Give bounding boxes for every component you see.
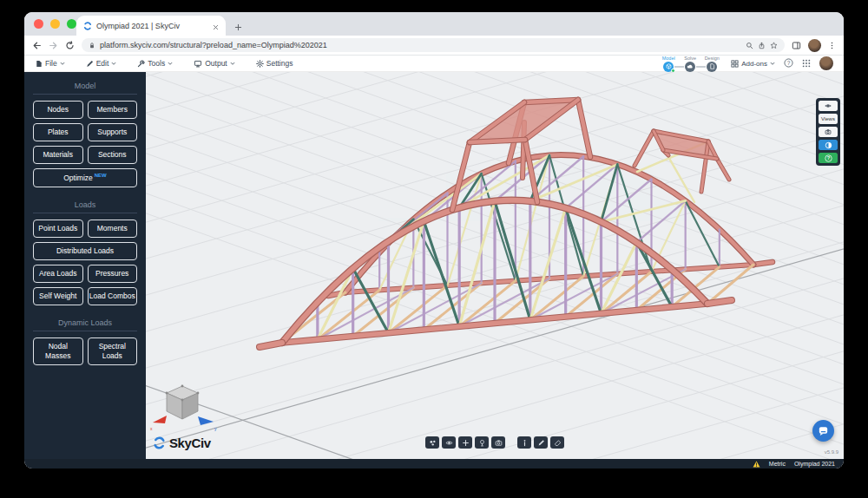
sections-button[interactable]: Sections bbox=[88, 146, 138, 164]
viewport-help-button[interactable]: ? bbox=[819, 153, 838, 163]
close-window-button[interactable] bbox=[34, 19, 43, 29]
browser-window: Olympiad 2021 | SkyCiv platform.skyciv.c… bbox=[24, 12, 844, 469]
svg-text:?: ? bbox=[787, 60, 791, 66]
appbar-right: Model Solve Design bbox=[658, 56, 833, 72]
moments-button[interactable]: Moments bbox=[88, 220, 138, 238]
area-loads-button[interactable]: Area Loads bbox=[33, 265, 83, 283]
user-avatar[interactable] bbox=[819, 56, 833, 70]
point-loads-button[interactable]: Point Loads bbox=[33, 220, 83, 238]
new-tab-button[interactable] bbox=[234, 23, 242, 31]
load-combos-button[interactable]: Load Combos bbox=[88, 287, 138, 305]
annotate-button[interactable] bbox=[534, 436, 548, 449]
unit-system-label[interactable]: Metric bbox=[769, 459, 786, 469]
bookmark-star-icon[interactable] bbox=[770, 37, 778, 53]
browser-profile-avatar[interactable] bbox=[808, 39, 821, 52]
project-name-label[interactable]: Olympiad 2021 bbox=[794, 459, 835, 469]
self-weight-button[interactable]: Self Weight bbox=[33, 287, 83, 305]
app-content: Model Nodes Members Plates Supports Mate… bbox=[24, 72, 844, 459]
side-panel-icon[interactable] bbox=[792, 41, 801, 50]
file-icon bbox=[35, 60, 43, 68]
lightbulb-icon bbox=[478, 439, 486, 447]
design-step-doc-icon bbox=[707, 62, 717, 72]
step-model[interactable]: Model bbox=[658, 56, 679, 72]
edit-menu[interactable]: Edit bbox=[86, 59, 117, 68]
3d-model-canvas[interactable]: xy bbox=[146, 72, 844, 459]
chevron-down-icon bbox=[230, 62, 235, 66]
window-controls bbox=[34, 19, 76, 29]
help-icon[interactable]: ? bbox=[784, 56, 793, 71]
warning-icon[interactable] bbox=[753, 461, 760, 469]
sidebar-section-model: Model Nodes Members Plates Supports Mate… bbox=[33, 77, 137, 187]
supports-button[interactable]: Supports bbox=[88, 123, 138, 141]
workflow-stepper: Model Solve Design bbox=[658, 56, 722, 72]
chevron-down-icon bbox=[111, 62, 116, 66]
wrench-icon bbox=[137, 60, 145, 68]
search-icon[interactable] bbox=[746, 37, 753, 53]
close-tab-icon[interactable] bbox=[213, 18, 219, 34]
share-icon[interactable] bbox=[758, 37, 766, 53]
solve-step-cloud-icon bbox=[685, 62, 695, 72]
nodes-button[interactable]: Nodes bbox=[33, 101, 83, 119]
chevron-down-icon bbox=[770, 62, 775, 66]
chevron-down-icon bbox=[60, 62, 65, 66]
tab-title: Olympiad 2021 | SkyCiv bbox=[96, 22, 208, 30]
add-button[interactable] bbox=[458, 436, 472, 449]
screenshot-button[interactable] bbox=[491, 436, 505, 449]
visibility-settings-button[interactable] bbox=[819, 101, 838, 111]
pencil-icon bbox=[86, 60, 94, 68]
skyciv-favicon bbox=[83, 18, 92, 34]
skyciv-watermark-text: SkyCiv bbox=[169, 436, 211, 450]
question-icon: ? bbox=[825, 154, 832, 162]
forward-icon[interactable] bbox=[49, 41, 58, 50]
camera-icon bbox=[495, 439, 503, 447]
tab-strip: Olympiad 2021 | SkyCiv bbox=[24, 12, 844, 36]
section-title-loads: Loads bbox=[33, 196, 137, 213]
erase-button[interactable] bbox=[550, 436, 564, 449]
sphere-contrast-icon bbox=[825, 141, 832, 149]
skyciv-watermark: SkyCiv bbox=[153, 436, 211, 450]
light-button[interactable] bbox=[475, 436, 489, 449]
svg-text:x: x bbox=[150, 426, 153, 431]
visibility-button[interactable] bbox=[442, 436, 456, 449]
browser-menu-icon[interactable] bbox=[828, 41, 836, 50]
settings-menu[interactable]: Settings bbox=[256, 59, 293, 68]
plates-button[interactable]: Plates bbox=[33, 123, 83, 141]
browser-tab[interactable]: Olympiad 2021 | SkyCiv bbox=[76, 16, 226, 36]
reload-icon[interactable] bbox=[65, 41, 75, 50]
step-design[interactable]: Design bbox=[701, 56, 722, 72]
render-icon bbox=[429, 439, 437, 447]
spectral-loads-button[interactable]: Spectral Loads bbox=[88, 337, 138, 365]
model-step-icon bbox=[663, 62, 674, 72]
info-icon bbox=[521, 439, 529, 447]
render-quality-button[interactable] bbox=[819, 140, 838, 150]
3d-viewport: xy SkyCiv bbox=[146, 72, 844, 459]
lock-icon bbox=[89, 37, 95, 53]
back-icon[interactable] bbox=[32, 41, 42, 50]
svg-text:?: ? bbox=[826, 155, 830, 161]
addons-button[interactable]: Add-ons bbox=[731, 60, 775, 68]
viewport-right-toolbar: Views ? bbox=[816, 98, 840, 166]
members-button[interactable]: Members bbox=[88, 101, 138, 119]
browser-toolbar: platform.skyciv.com/structural?preload_n… bbox=[24, 36, 844, 56]
section-title-dynamic-loads: Dynamic Loads bbox=[33, 314, 137, 331]
output-menu[interactable]: Output bbox=[194, 59, 235, 68]
apps-grid-icon[interactable] bbox=[802, 56, 811, 71]
nodal-masses-button[interactable]: Nodal Masses bbox=[33, 337, 83, 365]
distributed-loads-button[interactable]: Distributed Loads bbox=[33, 242, 137, 260]
viewport-camera-button[interactable] bbox=[819, 127, 838, 137]
materials-button[interactable]: Materials bbox=[33, 146, 83, 164]
chat-support-button[interactable] bbox=[812, 420, 834, 442]
left-sidebar: Model Nodes Members Plates Supports Mate… bbox=[24, 72, 146, 459]
version-label: v5.9.9 bbox=[825, 449, 838, 455]
info-button[interactable] bbox=[517, 436, 531, 449]
pressures-button[interactable]: Pressures bbox=[88, 265, 138, 283]
minimize-window-button[interactable] bbox=[50, 19, 60, 29]
optimize-button[interactable]: OptimizeNEW bbox=[33, 168, 137, 187]
file-menu[interactable]: File bbox=[35, 59, 65, 68]
views-button[interactable]: Views bbox=[819, 114, 838, 124]
step-solve[interactable]: Solve bbox=[680, 56, 700, 72]
url-bar[interactable]: platform.skyciv.com/structural?preload_n… bbox=[82, 38, 785, 52]
zoom-window-button[interactable] bbox=[67, 19, 76, 29]
tools-menu[interactable]: Tools bbox=[137, 59, 173, 68]
render-mode-button[interactable] bbox=[425, 436, 439, 449]
